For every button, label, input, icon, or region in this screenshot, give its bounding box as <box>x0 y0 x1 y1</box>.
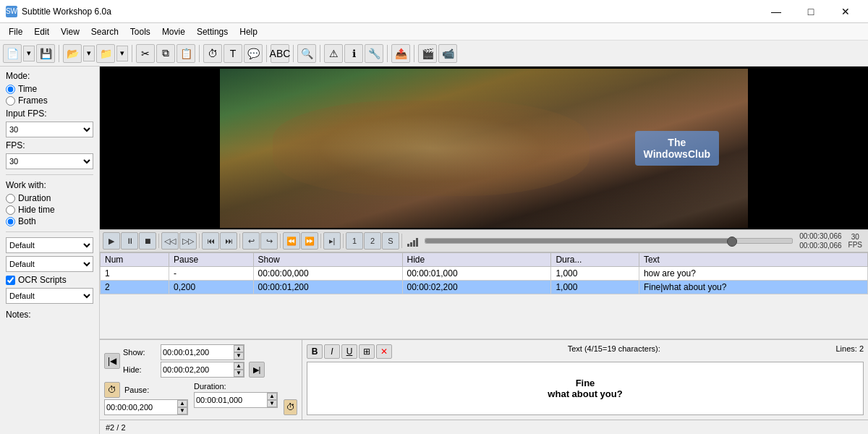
work-hidetime-option[interactable]: Hide time <box>6 205 93 215</box>
toolbar-open2-dropdown[interactable]: ▾ <box>116 46 128 61</box>
duration-clock-btn[interactable]: ⏱ <box>284 399 297 415</box>
work-hidetime-label: Hide time <box>18 205 55 215</box>
vc-step-fwd-btn[interactable]: ⏩ <box>301 232 318 250</box>
mode-frames-option[interactable]: Frames <box>6 95 93 106</box>
toolbar-export-btn[interactable]: 📤 <box>391 44 410 63</box>
pause-clock-btn[interactable]: ⏱ <box>104 382 120 398</box>
underline-btn[interactable]: U <box>341 344 357 359</box>
vc-step-back-btn[interactable]: ⏪ <box>283 232 300 250</box>
duration-up-btn[interactable]: ▲ <box>267 393 277 400</box>
editor-text-line2: what about you? <box>548 388 622 399</box>
vc-mark-start-btn[interactable]: ▸| <box>323 232 341 250</box>
toolbar-open2-dropdown-btn[interactable]: ▾ <box>116 46 128 61</box>
editor-text-area[interactable]: Fine what about you? <box>307 362 864 415</box>
ocr-scripts-row[interactable]: OCR Scripts <box>6 275 93 285</box>
work-duration-label: Duration <box>18 193 51 203</box>
vc-progress-thumb[interactable] <box>727 237 737 247</box>
vc-fwd-btn[interactable]: ↪ <box>260 232 278 250</box>
menu-file[interactable]: File <box>3 25 28 38</box>
vc-progress-bar[interactable] <box>425 238 793 244</box>
toolbar-text-btn[interactable]: T <box>224 44 242 63</box>
menu-edit[interactable]: Edit <box>28 25 55 38</box>
editor-text-line1: Fine <box>576 378 595 388</box>
hide-up-btn[interactable]: ▲ <box>234 362 244 370</box>
sidebar-default3-select[interactable]: Default <box>6 288 93 304</box>
pause-up-btn[interactable]: ▲ <box>177 400 187 407</box>
toolbar-open-dropdown-btn[interactable]: ▾ <box>83 46 95 61</box>
toolbar-fix-btn[interactable]: 🔧 <box>365 44 383 63</box>
toolbar-info-btn[interactable]: ℹ <box>344 44 363 63</box>
sidebar-default2-select[interactable]: Default <box>6 256 93 272</box>
menu-movie[interactable]: Movie <box>156 25 191 38</box>
toolbar-open-dropdown[interactable]: ▾ <box>83 46 95 61</box>
vc-play-btn[interactable]: ▶ <box>103 232 120 250</box>
toolbar-save-btn[interactable]: 💾 <box>36 44 55 63</box>
vc-s2-btn[interactable]: 2 <box>364 232 381 250</box>
toolbar-new-dropdown-btn[interactable]: ▾ <box>23 46 35 61</box>
toolbar-paste-btn[interactable]: 📋 <box>176 44 195 63</box>
input-fps-select[interactable]: 30 25 24 29.97 <box>6 122 93 137</box>
pause-input[interactable] <box>105 400 177 414</box>
work-hidetime-radio[interactable] <box>6 205 15 215</box>
toolbar-copy-btn[interactable]: ⧉ <box>156 44 175 63</box>
toolbar-new-dropdown[interactable]: ▾ <box>23 46 35 61</box>
table-row[interactable]: 1 - 00:00:00,000 00:00:01,000 1,000 how … <box>101 267 868 281</box>
toolbar-cut-btn[interactable]: ✂ <box>136 44 155 63</box>
hide-down-btn[interactable]: ▼ <box>234 370 244 377</box>
table-row[interactable]: 2 0,200 00:00:01,200 00:00:02,200 1,000 … <box>101 281 868 294</box>
vc-next-btn[interactable]: ▷▷ <box>179 232 197 250</box>
show-up-btn[interactable]: ▲ <box>234 345 244 352</box>
toolbar-spell-btn[interactable]: 💬 <box>244 44 263 63</box>
work-both-radio[interactable] <box>6 217 15 226</box>
grid-btn[interactable]: ⊞ <box>359 344 375 359</box>
duration-down-btn[interactable]: ▼ <box>267 400 277 407</box>
toolbar-abc-btn[interactable]: ABC <box>271 44 289 63</box>
hide-copy-btn[interactable]: ▶| <box>249 362 265 378</box>
vc-prev-sub-btn[interactable]: ⏮ <box>202 232 219 250</box>
toolbar-video2-btn[interactable]: 📹 <box>438 44 457 63</box>
duration-input[interactable] <box>195 393 267 407</box>
hide-input[interactable] <box>161 362 234 377</box>
vc-ss-btn[interactable]: S <box>382 232 399 250</box>
toolbar-search-btn[interactable]: 🔍 <box>297 44 316 63</box>
toolbar-open2-btn[interactable]: 📁 <box>96 44 115 63</box>
toolbar-open-btn[interactable]: 📂 <box>63 44 82 63</box>
sidebar-default1-select[interactable]: Default <box>6 237 93 253</box>
menu-search[interactable]: Search <box>85 25 124 38</box>
mode-time-radio[interactable] <box>6 85 15 94</box>
toolbar-warn-btn[interactable]: ⚠ <box>324 44 343 63</box>
show-down-btn[interactable]: ▼ <box>234 352 244 359</box>
work-duration-option[interactable]: Duration <box>6 193 93 203</box>
vc-back-btn[interactable]: ↩ <box>242 232 260 250</box>
mode-frames-radio[interactable] <box>6 96 15 106</box>
vc-stop-btn[interactable]: ⏹ <box>139 232 156 250</box>
menu-help[interactable]: Help <box>234 25 263 38</box>
vc-pause-btn[interactable]: ⏸ <box>121 232 138 250</box>
menu-tools[interactable]: Tools <box>124 25 156 38</box>
fps-select[interactable]: 30 25 24 29.97 <box>6 153 93 169</box>
work-with-radio-group: Duration Hide time Both <box>6 193 93 226</box>
ocr-scripts-checkbox[interactable] <box>6 276 15 285</box>
editor-nav-btn[interactable]: |◀ <box>104 353 120 369</box>
pause-down-btn[interactable]: ▼ <box>177 407 187 414</box>
work-both-option[interactable]: Both <box>6 216 93 226</box>
vc-prev-btn[interactable]: ◁◁ <box>161 232 179 250</box>
vc-s1-btn[interactable]: 1 <box>346 232 363 250</box>
toolbar-new-btn[interactable]: 📄 <box>3 44 22 63</box>
minimize-button[interactable]: — <box>760 0 793 23</box>
show-input[interactable] <box>161 345 234 359</box>
maximize-button[interactable]: □ <box>794 0 827 23</box>
toolbar-video-btn[interactable]: 🎬 <box>418 44 437 63</box>
work-duration-radio[interactable] <box>6 194 15 203</box>
bold-btn[interactable]: B <box>307 344 323 359</box>
toolbar-time-btn[interactable]: ⏱ <box>203 44 222 63</box>
col-show: Show <box>253 253 402 267</box>
delete-btn[interactable]: ✕ <box>376 344 392 359</box>
menu-view[interactable]: View <box>55 25 85 38</box>
vc-next-sub-btn[interactable]: ⏭ <box>220 232 237 250</box>
italic-btn[interactable]: I <box>324 344 340 359</box>
app-icon: SW <box>6 6 17 17</box>
close-button[interactable]: ✕ <box>829 0 862 23</box>
mode-time-option[interactable]: Time <box>6 84 93 94</box>
menu-settings[interactable]: Settings <box>191 25 234 38</box>
